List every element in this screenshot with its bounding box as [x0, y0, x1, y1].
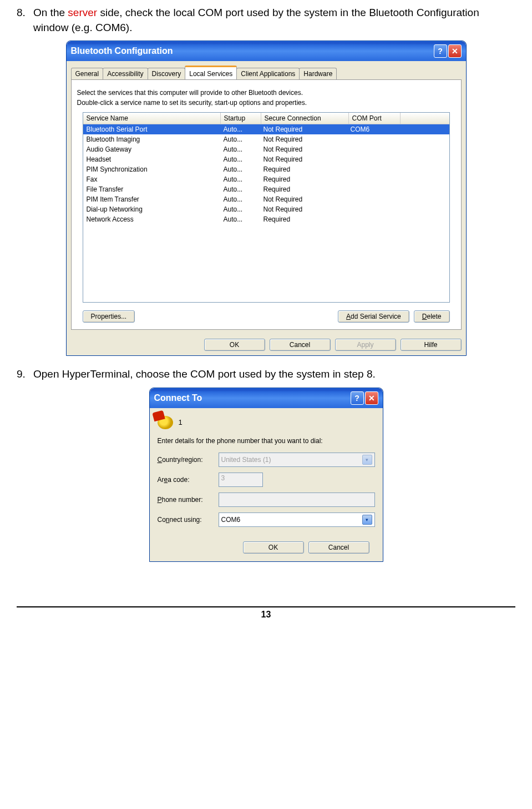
tab-client-applications[interactable]: Client Applications — [236, 68, 300, 79]
connection-name: 1 — [179, 418, 183, 426]
cell-startup: Auto... — [220, 185, 260, 194]
tab-local-services[interactable]: Local Services — [185, 66, 237, 79]
listview-empty-space — [83, 224, 449, 302]
bt-tabstrip: GeneralAccessibilityDiscoveryLocal Servi… — [71, 66, 462, 80]
bt-instruction-1: Select the services that this computer w… — [77, 89, 455, 97]
step-9-number: 9. — [17, 367, 33, 382]
bt-instruction-2: Double-click a service name to set its s… — [77, 99, 455, 107]
cell-port — [347, 205, 398, 214]
cell-secure: Required — [260, 165, 347, 174]
service-row[interactable]: PIM SynchronizationAuto...Required — [83, 164, 449, 174]
cell-startup: Auto... — [220, 195, 260, 204]
cell-name: File Transfer — [83, 185, 220, 194]
tab-accessibility[interactable]: Accessibility — [103, 68, 148, 79]
step-8: 8. On the server side, check the local C… — [17, 6, 515, 35]
step-8-body: On the server side, check the local COM … — [33, 6, 515, 35]
service-row[interactable]: FaxAuto...Required — [83, 174, 449, 184]
cell-port — [347, 165, 398, 174]
cell-secure: Not Required — [260, 205, 347, 214]
step-8-server-word: server — [68, 7, 97, 18]
cell-name: PIM Synchronization — [83, 165, 220, 174]
service-row[interactable]: Bluetooth Serial PortAuto...Not Required… — [83, 124, 449, 134]
help-icon[interactable]: ? — [351, 391, 364, 405]
connection-header: 1 — [158, 416, 375, 429]
tab-discovery[interactable]: Discovery — [148, 68, 186, 79]
service-row[interactable]: Dial-up NetworkingAuto...Not Required — [83, 204, 449, 214]
phone-number-input — [219, 493, 375, 507]
service-row[interactable]: Audio GatewayAuto...Not Required — [83, 144, 449, 154]
cell-startup: Auto... — [220, 165, 260, 174]
cell-startup: Auto... — [220, 205, 260, 214]
phone-number-row: Phone number: — [158, 493, 375, 507]
header-com-port[interactable]: COM Port — [349, 113, 401, 124]
cell-secure: Required — [260, 215, 347, 224]
cell-startup: Auto... — [220, 155, 260, 164]
service-row[interactable]: PIM Item TransferAuto...Not Required — [83, 194, 449, 204]
listview-header: Service Name Startup Secure Connection C… — [83, 113, 449, 124]
cell-port — [347, 145, 398, 154]
close-icon[interactable]: ✕ — [365, 391, 378, 405]
step-9-body: Open HyperTerminal, choose the COM port … — [33, 367, 515, 382]
ct-titlebar-buttons: ? ✕ — [351, 391, 378, 405]
cell-secure: Required — [260, 185, 347, 194]
cell-secure: Not Required — [260, 125, 347, 134]
service-row[interactable]: Network AccessAuto...Required — [83, 214, 449, 224]
header-startup[interactable]: Startup — [221, 113, 261, 124]
service-row[interactable]: HeadsetAuto...Not Required — [83, 154, 449, 164]
cell-name: Dial-up Networking — [83, 205, 220, 214]
cancel-button[interactable]: Cancel — [270, 339, 331, 351]
bt-titlebar: Bluetooth Configuration ? ✕ — [67, 41, 466, 61]
cell-port — [347, 135, 398, 144]
cell-name: Fax — [83, 175, 220, 184]
cancel-button[interactable]: Cancel — [308, 541, 369, 554]
header-service-name[interactable]: Service Name — [83, 113, 221, 124]
cell-secure: Not Required — [260, 135, 347, 144]
close-icon[interactable]: ✕ — [448, 44, 462, 58]
cell-name: Network Access — [83, 215, 220, 224]
tab-hardware[interactable]: Hardware — [299, 68, 337, 79]
area-code-row: Area code: 3 — [158, 473, 375, 487]
country-row: Country/region: United States (1) ▾ — [158, 453, 375, 467]
country-label: Country/region: — [158, 456, 219, 464]
ct-titlebar: Connect To ? ✕ — [150, 388, 383, 408]
area-code-input: 3 — [219, 473, 263, 487]
connect-using-select[interactable]: COM6 ▾ — [219, 512, 375, 527]
delete-button[interactable]: Delete — [414, 310, 450, 323]
add-serial-service-button[interactable]: Add Serial Service — [338, 310, 409, 323]
connect-to-window: Connect To ? ✕ 1 Enter details for the p… — [149, 388, 383, 562]
cell-startup: Auto... — [220, 145, 260, 154]
service-row[interactable]: Bluetooth ImagingAuto...Not Required — [83, 134, 449, 144]
bt-panel: Select the services that this computer w… — [71, 80, 462, 330]
service-row[interactable]: File TransferAuto...Required — [83, 184, 449, 194]
properties-button[interactable]: Properties... — [83, 310, 135, 323]
cell-name: Bluetooth Imaging — [83, 135, 220, 144]
page-footer: 13 — [17, 606, 515, 620]
phone-icon — [158, 416, 173, 429]
cell-port — [347, 215, 398, 224]
cell-secure: Not Required — [260, 155, 347, 164]
step-8-post: side, check the local COM port used by t… — [33, 7, 479, 33]
ct-button-row: OK Cancel — [158, 532, 375, 554]
ok-button[interactable]: OK — [204, 339, 265, 351]
bt-titlebar-buttons: ? ✕ — [434, 44, 462, 58]
ct-instruction: Enter details for the phone number that … — [158, 437, 375, 445]
cell-secure: Not Required — [260, 145, 347, 154]
services-listview[interactable]: Service Name Startup Secure Connection C… — [83, 112, 450, 303]
chevron-down-icon[interactable]: ▾ — [362, 515, 372, 525]
country-select: United States (1) ▾ — [219, 453, 375, 467]
tab-general[interactable]: General — [71, 68, 104, 79]
hilfe-button[interactable]: Hilfe — [401, 339, 462, 351]
cell-port — [347, 185, 398, 194]
apply-button[interactable]: Apply — [335, 339, 396, 351]
ok-button[interactable]: OK — [243, 541, 304, 554]
cell-startup: Auto... — [220, 215, 260, 224]
listview-rows: Bluetooth Serial PortAuto...Not Required… — [83, 124, 449, 224]
header-secure[interactable]: Secure Connection — [261, 113, 349, 124]
cell-name: PIM Item Transfer — [83, 195, 220, 204]
cell-secure: Not Required — [260, 195, 347, 204]
country-value: United States (1) — [221, 456, 271, 464]
cell-port — [347, 195, 398, 204]
help-icon[interactable]: ? — [434, 44, 447, 58]
area-code-label: Area code: — [158, 476, 219, 484]
page-number: 13 — [261, 610, 271, 619]
